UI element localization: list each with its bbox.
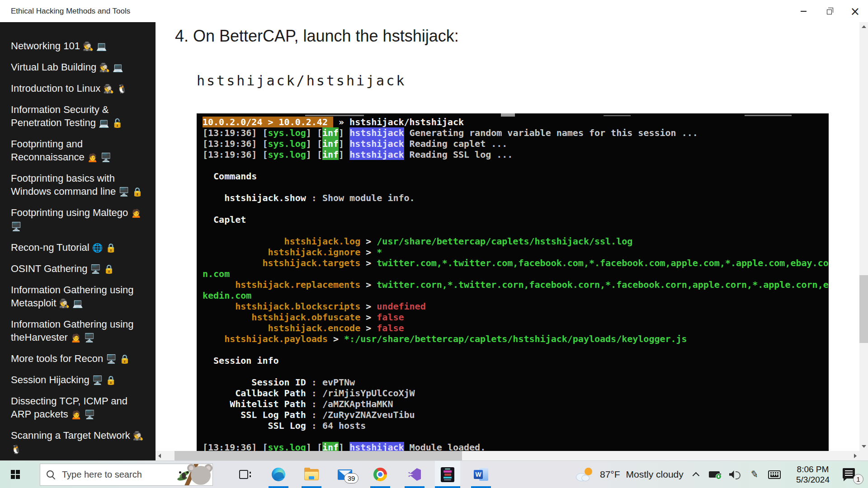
terminal-line: SSL Log Path : /ZuRyvZNAZveuTibu: [203, 409, 829, 420]
action-center-button[interactable]: 1: [839, 461, 864, 488]
word-icon: W: [474, 468, 488, 481]
window-titlebar: Ethical Hacking Methods and Tools ×: [0, 0, 868, 22]
touch-keyboard-icon[interactable]: [768, 470, 781, 479]
sidebar-item[interactable]: Scanning a Target Network 🕵️ 🐧: [11, 429, 148, 456]
sidebar-item-label: OSINT Gathering: [11, 263, 88, 274]
step-heading: 4. On BetterCAP, launch the hstshijack:: [175, 27, 459, 46]
taskbar-edge-button[interactable]: [266, 461, 291, 488]
sidebar-item[interactable]: Footprinting using Maltego 🙍 🖥️: [11, 206, 148, 233]
windows-logo-icon: [11, 470, 20, 479]
terminal-line: Session info: [203, 355, 829, 366]
taskbar-chrome-button[interactable]: [368, 461, 393, 488]
terminal-line: kedin.com: [203, 290, 829, 301]
taskbar-search-box[interactable]: [40, 464, 213, 486]
terminal-line: [203, 203, 829, 214]
sidebar-item-label: Footprinting and Reconnaissance: [11, 138, 85, 163]
taskbar-mail-button[interactable]: 39: [332, 461, 358, 488]
sidebar-item-emoji-icons: 🖥️ 🔒: [116, 187, 143, 197]
close-button[interactable]: ×: [842, 0, 868, 22]
sidebar-item[interactable]: Information Gathering using Metasploit 🕵…: [11, 283, 148, 310]
task-view-button[interactable]: [231, 461, 256, 488]
sidebar-item-emoji-icons: 🖥️ 🔒: [90, 375, 117, 385]
sidebar-item[interactable]: Footprinting basics with Windows command…: [11, 172, 148, 198]
sidebar-item-label: Virtual Lab Building: [11, 61, 96, 73]
vertical-scrollbar[interactable]: [859, 22, 868, 451]
weather-widget[interactable]: 87°F Mostly cloudy: [575, 461, 684, 488]
horizontal-scrollbar-thumb[interactable]: [175, 451, 462, 460]
search-icon: [47, 470, 56, 479]
sidebar-item-emoji-icons: 🖥️ 🔒: [103, 354, 130, 364]
terminal-line: Whitelist Path : /aMZKAptHaMKN: [203, 399, 829, 409]
command-code-text: hstshijack/hstshijack: [197, 73, 406, 89]
terminal-line: [203, 160, 829, 171]
show-hidden-icons-chevron[interactable]: [693, 472, 700, 479]
taskbar-clock[interactable]: 8:06 PM 5/3/2024: [788, 461, 838, 488]
terminal-line: hstshijack.targets > twitter.com,*.twitt…: [203, 258, 829, 268]
taskbar-vscode-button[interactable]: [402, 461, 427, 488]
sidebar-item[interactable]: Dissecting TCP, ICMP and ARP packets 🙍 🖥…: [11, 394, 148, 421]
scroll-right-arrow-icon[interactable]: [854, 454, 857, 458]
sidebar-item[interactable]: OSINT Gathering 🖥️ 🔒: [11, 262, 148, 276]
sidebar-item-label: Networking 101: [11, 40, 80, 52]
terminal-line: [13:19:36] [sys.log] [inf] hstshijack Ge…: [203, 127, 829, 138]
mail-icon: 39: [338, 469, 352, 480]
sidebar-item[interactable]: Recon-ng Tutorial 🌐 🔒: [11, 241, 148, 254]
pen-icon[interactable]: ✎: [750, 469, 760, 481]
sidebar-item-label: More tools for Recon: [11, 353, 103, 364]
volume-icon[interactable]: [729, 470, 741, 479]
sidebar-item-emoji-icons: 🕵️ 🐧: [100, 84, 127, 94]
ebook-app-icon: [441, 467, 454, 482]
sidebar-list: Networking 101 🕵️ 💻Virtual Lab Building …: [11, 39, 148, 456]
window-title: Ethical Hacking Methods and Tools: [11, 7, 130, 16]
sidebar-item[interactable]: More tools for Recon 🖥️ 🔒: [11, 352, 148, 366]
maximize-restore-button[interactable]: [816, 0, 842, 22]
sidebar-item-emoji-icons: 🙍 🖥️: [85, 152, 112, 162]
sidebar-item[interactable]: Information Gathering using theHarvester…: [11, 318, 148, 344]
desktop-screen: { "window": { "title": "Ethical Hacking …: [0, 0, 868, 488]
sidebar-item-emoji-icons: 🕵️ 💻: [96, 62, 123, 72]
vertical-scrollbar-thumb[interactable]: [859, 275, 868, 343]
search-input[interactable]: [61, 469, 174, 480]
sidebar-item-emoji-icons: 🕵️ 💻: [56, 298, 83, 308]
minimize-icon: [801, 11, 807, 12]
mail-unread-badge: 39: [344, 473, 359, 483]
scroll-left-arrow-icon[interactable]: [158, 454, 161, 458]
sidebar-item[interactable]: Footprinting and Reconnaissance 🙍 🖥️: [11, 137, 148, 164]
toc-sidebar: Networking 101 🕵️ 💻Virtual Lab Building …: [0, 22, 156, 460]
battery-icon[interactable]: [709, 471, 720, 478]
sidebar-item-label: Recon-ng Tutorial: [11, 242, 90, 253]
weather-temperature: 87°F: [600, 469, 620, 480]
taskbar-ebook-app-button-active[interactable]: [435, 461, 460, 488]
taskbar-word-button[interactable]: W: [468, 461, 494, 488]
terminal-line: hstshijack.ignore > *: [203, 247, 829, 258]
horizontal-scrollbar[interactable]: [156, 451, 859, 460]
sidebar-item[interactable]: Information Security & Penetration Testi…: [11, 103, 148, 130]
taskbar-file-explorer-button[interactable]: [299, 461, 324, 488]
start-button[interactable]: [0, 461, 30, 488]
minimize-button[interactable]: [791, 0, 816, 22]
terminal-line: [13:19:36] [sys.log] [inf] hstshijack Re…: [203, 138, 829, 149]
sidebar-item-label: Information Security & Penetration Testi…: [11, 104, 108, 128]
system-tray: ✎: [694, 461, 781, 488]
vscode-icon: [408, 468, 421, 481]
task-view-icon: [239, 470, 248, 479]
word-logo-letter: W: [474, 470, 483, 479]
running-indicator-explorer: [302, 486, 321, 488]
terminal-line: [13:19:36] [sys.log] [inf] hstshijack Re…: [203, 149, 829, 160]
sidebar-item-label: Footprinting using Maltego: [11, 207, 128, 218]
sidebar-item[interactable]: Virtual Lab Building 🕵️ 💻: [11, 61, 148, 74]
search-highlight-koala-image[interactable]: [174, 464, 212, 485]
terminal-line: n.com: [203, 268, 829, 279]
sidebar-item-emoji-icons: 🙍 🖥️: [68, 333, 95, 343]
terminal-line: SSL Log : 64 hosts: [203, 420, 829, 431]
restore-icon: [827, 9, 832, 14]
sidebar-item[interactable]: Introduction to Linux 🕵️ 🐧: [11, 82, 148, 95]
scroll-down-arrow-icon[interactable]: [862, 445, 866, 448]
terminal-line: Commands: [203, 171, 829, 182]
window-controls: ×: [791, 0, 868, 22]
terminal-output: 10.0.2.0/24 > 10.0.2.42 » hstshijack/hst…: [197, 113, 829, 451]
scroll-up-arrow-icon[interactable]: [862, 25, 866, 28]
sidebar-item[interactable]: Session Hijacking 🖥️ 🔒: [11, 373, 148, 387]
sidebar-item[interactable]: Networking 101 🕵️ 💻: [11, 39, 148, 53]
terminal-line: hstshijack.obfuscate > false: [203, 312, 829, 323]
